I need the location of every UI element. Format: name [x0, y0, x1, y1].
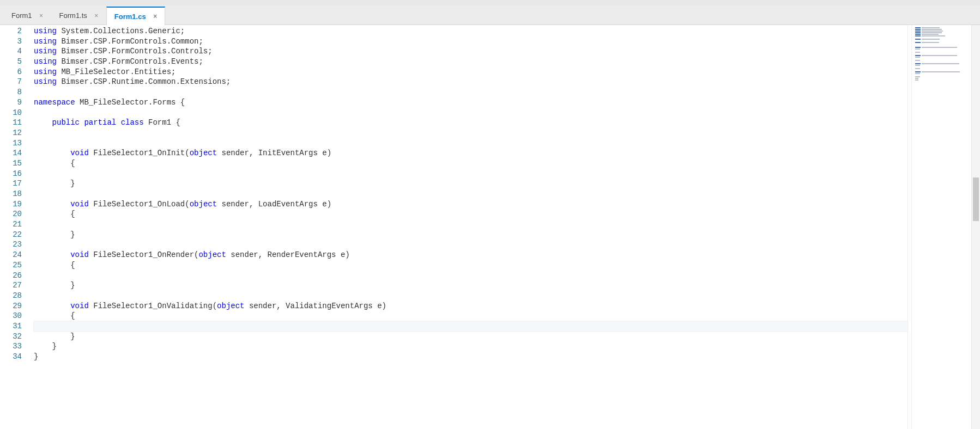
token-indent — [34, 179, 70, 188]
minimap-line — [915, 44, 968, 45]
token-text: { — [70, 261, 75, 269]
code-line[interactable]: void FileSelector1_OnLoad(object sender,… — [34, 199, 908, 210]
minimap-line — [915, 45, 968, 46]
line-number: 33 — [3, 341, 22, 352]
token-keyword: object — [190, 200, 217, 209]
token-text: } — [70, 281, 75, 290]
minimap-line — [915, 32, 968, 33]
window-chrome — [0, 0, 980, 5]
ide-window: Form1×Form1.ts×Form1.cs× 234567891011121… — [0, 0, 980, 429]
minimap-content — [915, 27, 968, 81]
token-text: FileSelector1_OnRender( — [89, 250, 199, 259]
line-number: 20 — [3, 209, 22, 219]
token-text: sender, RenderEventArgs e) — [226, 250, 350, 259]
token-text: MB_FileSelector.Forms { — [75, 98, 185, 107]
tab-label: Form1.cs — [114, 13, 146, 21]
code-line[interactable]: } — [34, 332, 908, 342]
tab-form1-ts[interactable]: Form1.ts× — [51, 6, 106, 24]
code-content[interactable]: using System.Collections.Generic;using B… — [29, 25, 908, 429]
code-line[interactable] — [34, 169, 908, 179]
code-line[interactable] — [34, 189, 908, 199]
token-text: } — [70, 179, 75, 188]
minimap-line — [915, 65, 968, 66]
code-line[interactable]: using Bimser.CSP.FormControls.Controls; — [34, 46, 908, 57]
token-keyword: void — [70, 149, 89, 157]
line-number: 3 — [3, 36, 22, 47]
code-line[interactable] — [34, 128, 908, 138]
code-editor[interactable]: 2345678910111213141516171819202122232425… — [3, 25, 908, 429]
code-line[interactable]: using System.Collections.Generic; — [34, 26, 908, 36]
code-line[interactable] — [34, 240, 908, 250]
token-text: { — [70, 210, 75, 218]
token-keyword: void — [70, 250, 89, 259]
code-line[interactable]: void FileSelector1_OnRender(object sende… — [34, 250, 908, 260]
token-keyword: using — [34, 68, 57, 76]
line-number: 29 — [3, 301, 22, 311]
code-line[interactable]: void FileSelector1_OnInit(object sender,… — [34, 148, 908, 158]
line-number: 17 — [3, 179, 22, 189]
minimap[interactable] — [911, 25, 971, 429]
code-line[interactable] — [34, 271, 908, 281]
tab-form1-cs[interactable]: Form1.cs× — [106, 7, 165, 25]
token-text: sender, InitEventArgs e) — [217, 149, 331, 157]
minimap-line — [915, 57, 968, 58]
code-line[interactable]: void FileSelector1_OnValidating(object s… — [34, 301, 908, 311]
token-keyword: using — [34, 37, 57, 46]
code-line[interactable]: using Bimser.CSP.FormControls.Common; — [34, 36, 908, 47]
minimap-line — [915, 70, 968, 71]
code-line[interactable]: { — [34, 209, 908, 219]
tab-form1[interactable]: Form1× — [3, 6, 51, 24]
minimap-line — [915, 55, 968, 56]
close-icon[interactable]: × — [38, 12, 45, 20]
code-line[interactable]: { — [34, 311, 908, 321]
code-line[interactable]: { — [34, 158, 908, 169]
code-line[interactable] — [34, 321, 908, 332]
token-keyword: object — [198, 250, 226, 259]
scrollbar-thumb[interactable] — [973, 177, 979, 221]
code-line[interactable]: using Bimser.CSP.FormControls.Events; — [34, 57, 908, 67]
token-text: FileSelector1_OnLoad( — [89, 200, 190, 209]
vertical-scrollbar[interactable] — [971, 25, 980, 429]
close-icon[interactable]: × — [93, 12, 100, 20]
code-line[interactable] — [34, 291, 908, 301]
line-number: 19 — [3, 199, 22, 210]
token-text: } — [70, 332, 75, 341]
code-line[interactable]: using MB_FileSelector.Entities; — [34, 67, 908, 77]
code-line[interactable]: namespace MB_FileSelector.Forms { — [34, 97, 908, 108]
minimap-line — [915, 76, 968, 77]
token-indent — [34, 159, 70, 168]
token-indent — [34, 118, 52, 127]
code-line[interactable]: } — [34, 280, 908, 291]
code-line[interactable]: } — [34, 352, 908, 362]
code-line[interactable]: } — [34, 230, 908, 240]
code-line[interactable]: { — [34, 260, 908, 271]
close-icon[interactable]: × — [152, 13, 159, 20]
token-text: sender, ValidatingEventArgs e) — [245, 302, 386, 310]
line-number: 32 — [3, 332, 22, 342]
line-number-gutter: 2345678910111213141516171819202122232425… — [3, 25, 29, 429]
token-text: { — [70, 311, 75, 320]
line-number: 16 — [3, 169, 22, 179]
code-line[interactable] — [34, 87, 908, 97]
line-number: 15 — [3, 158, 22, 169]
code-line[interactable]: using Bimser.CSP.Runtime.Common.Extensio… — [34, 77, 908, 87]
code-line[interactable]: } — [34, 179, 908, 189]
code-line[interactable] — [34, 108, 908, 118]
minimap-line — [915, 29, 968, 30]
minimap-line — [915, 48, 968, 50]
minimap-line — [915, 47, 968, 48]
token-keyword: using — [34, 77, 57, 86]
code-line[interactable]: } — [34, 341, 908, 352]
token-keyword: object — [217, 302, 244, 310]
code-line[interactable] — [34, 138, 908, 149]
editor-area: 2345678910111213141516171819202122232425… — [0, 25, 980, 429]
minimap-line — [915, 50, 968, 51]
code-line[interactable]: public partial class Form1 { — [34, 118, 908, 128]
token-indent — [34, 230, 70, 239]
line-number: 31 — [3, 321, 22, 332]
line-number: 14 — [3, 148, 22, 158]
token-text: } — [52, 342, 57, 351]
line-number: 5 — [3, 57, 22, 67]
code-line[interactable] — [34, 219, 908, 230]
line-number: 9 — [3, 97, 22, 108]
